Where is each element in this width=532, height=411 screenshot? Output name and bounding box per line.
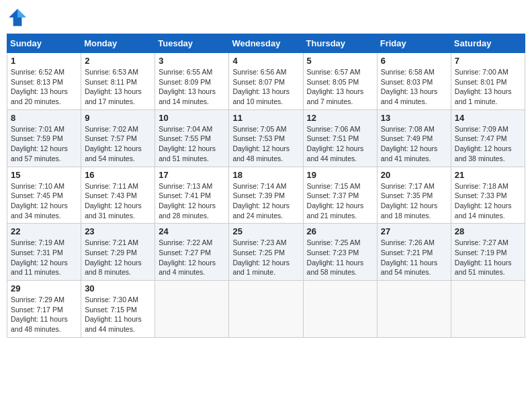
- day-info: Sunrise: 7:19 AM Sunset: 7:31 PM Dayligh…: [11, 238, 77, 277]
- calendar-cell: [155, 281, 229, 338]
- calendar-cell: 19 Sunrise: 7:15 AM Sunset: 7:37 PM Dayl…: [303, 167, 377, 224]
- sunrise: Sunrise: 7:21 AM: [85, 238, 138, 246]
- calendar-cell: 30 Sunrise: 7:30 AM Sunset: 7:15 PM Dayl…: [81, 281, 155, 338]
- daylight: Daylight: 12 hours and 54 minutes.: [85, 144, 142, 163]
- day-info: Sunrise: 7:08 AM Sunset: 7:49 PM Dayligh…: [381, 124, 447, 164]
- day-number: 18: [232, 170, 299, 180]
- sunrise: Sunrise: 7:18 AM: [455, 182, 508, 190]
- day-info: Sunrise: 7:00 AM Sunset: 8:01 PM Dayligh…: [455, 67, 521, 107]
- sunset: Sunset: 7:17 PM: [11, 306, 63, 314]
- day-info: Sunrise: 7:14 AM Sunset: 7:39 PM Dayligh…: [232, 181, 299, 221]
- day-number: 15: [11, 170, 77, 180]
- calendar-cell: [377, 281, 451, 338]
- daylight: Daylight: 12 hours and 8 minutes.: [85, 259, 142, 277]
- day-number: 2: [85, 56, 151, 66]
- day-number: 16: [85, 170, 151, 180]
- calendar-cell: 5 Sunrise: 6:57 AM Sunset: 8:05 PM Dayli…: [303, 53, 377, 110]
- day-number: 29: [11, 283, 77, 293]
- sunrise: Sunrise: 6:52 AM: [11, 68, 64, 76]
- calendar-cell: 14 Sunrise: 7:09 AM Sunset: 7:47 PM Dayl…: [451, 109, 525, 167]
- day-info: Sunrise: 7:11 AM Sunset: 7:43 PM Dayligh…: [85, 181, 151, 221]
- calendar-cell: 3 Sunrise: 6:55 AM Sunset: 8:09 PM Dayli…: [155, 53, 229, 110]
- sunset: Sunset: 8:11 PM: [85, 78, 137, 86]
- day-info: Sunrise: 7:17 AM Sunset: 7:35 PM Dayligh…: [381, 181, 447, 221]
- day-info: Sunrise: 7:30 AM Sunset: 7:15 PM Dayligh…: [85, 295, 151, 334]
- day-info: Sunrise: 7:23 AM Sunset: 7:25 PM Dayligh…: [232, 238, 299, 277]
- day-info: Sunrise: 6:58 AM Sunset: 8:03 PM Dayligh…: [381, 67, 447, 107]
- sunset: Sunset: 7:45 PM: [11, 191, 63, 199]
- sunset: Sunset: 8:09 PM: [159, 78, 211, 86]
- day-info: Sunrise: 7:18 AM Sunset: 7:33 PM Dayligh…: [455, 181, 521, 221]
- col-header-saturday: Saturday: [451, 34, 525, 53]
- day-info: Sunrise: 6:57 AM Sunset: 8:05 PM Dayligh…: [307, 67, 373, 107]
- day-number: 3: [159, 56, 225, 66]
- day-info: Sunrise: 7:22 AM Sunset: 7:27 PM Dayligh…: [159, 238, 225, 277]
- sunset: Sunset: 7:21 PM: [381, 248, 433, 257]
- calendar-cell: 21 Sunrise: 7:18 AM Sunset: 7:33 PM Dayl…: [451, 167, 525, 224]
- day-number: 17: [159, 170, 225, 180]
- daylight: Daylight: 12 hours and 24 minutes.: [232, 201, 290, 220]
- daylight: Daylight: 11 hours and 48 minutes.: [11, 315, 68, 333]
- daylight: Daylight: 12 hours and 4 minutes.: [159, 259, 216, 277]
- calendar-cell: 12 Sunrise: 7:06 AM Sunset: 7:51 PM Dayl…: [303, 109, 377, 167]
- day-number: 10: [159, 113, 225, 123]
- calendar-cell: [229, 281, 303, 338]
- calendar-cell: 27 Sunrise: 7:26 AM Sunset: 7:21 PM Dayl…: [377, 224, 451, 281]
- daylight: Daylight: 12 hours and 57 minutes.: [11, 144, 68, 163]
- day-info: Sunrise: 7:04 AM Sunset: 7:55 PM Dayligh…: [159, 124, 225, 164]
- sunset: Sunset: 7:31 PM: [11, 248, 63, 257]
- calendar-cell: 4 Sunrise: 6:56 AM Sunset: 8:07 PM Dayli…: [229, 53, 303, 110]
- calendar-week-row: 22 Sunrise: 7:19 AM Sunset: 7:31 PM Dayl…: [7, 224, 525, 281]
- day-number: 1: [11, 56, 77, 66]
- calendar-cell: 26 Sunrise: 7:25 AM Sunset: 7:23 PM Dayl…: [303, 224, 377, 281]
- day-info: Sunrise: 7:15 AM Sunset: 7:37 PM Dayligh…: [307, 181, 373, 221]
- daylight: Daylight: 12 hours and 41 minutes.: [381, 144, 438, 163]
- sunset: Sunset: 7:49 PM: [381, 134, 433, 142]
- day-number: 28: [455, 226, 521, 236]
- day-number: 27: [381, 226, 447, 236]
- sunset: Sunset: 7:27 PM: [159, 248, 211, 257]
- calendar-cell: 16 Sunrise: 7:11 AM Sunset: 7:43 PM Dayl…: [81, 167, 155, 224]
- sunset: Sunset: 7:35 PM: [381, 191, 433, 199]
- day-number: 20: [381, 170, 447, 180]
- calendar-cell: [451, 281, 525, 338]
- sunrise: Sunrise: 7:25 AM: [307, 238, 361, 246]
- sunrise: Sunrise: 7:10 AM: [11, 182, 64, 190]
- sunset: Sunset: 7:25 PM: [232, 248, 285, 257]
- sunrise: Sunrise: 7:08 AM: [381, 125, 435, 133]
- sunrise: Sunrise: 6:58 AM: [381, 68, 435, 76]
- day-info: Sunrise: 7:25 AM Sunset: 7:23 PM Dayligh…: [307, 238, 373, 277]
- col-header-tuesday: Tuesday: [155, 34, 229, 53]
- sunset: Sunset: 7:51 PM: [307, 134, 359, 142]
- calendar-cell: 24 Sunrise: 7:22 AM Sunset: 7:27 PM Dayl…: [155, 224, 229, 281]
- day-number: 4: [232, 56, 299, 66]
- day-number: 24: [159, 226, 225, 236]
- sunset: Sunset: 8:03 PM: [381, 78, 433, 86]
- daylight: Daylight: 12 hours and 1 minute.: [232, 259, 290, 277]
- calendar-cell: 23 Sunrise: 7:21 AM Sunset: 7:29 PM Dayl…: [81, 224, 155, 281]
- daylight: Daylight: 13 hours and 7 minutes.: [307, 87, 364, 105]
- daylight: Daylight: 12 hours and 48 minutes.: [232, 144, 290, 163]
- calendar-cell: 29 Sunrise: 7:29 AM Sunset: 7:17 PM Dayl…: [7, 281, 81, 338]
- sunset: Sunset: 7:23 PM: [307, 248, 359, 257]
- sunset: Sunset: 7:47 PM: [455, 134, 507, 142]
- sunrise: Sunrise: 7:17 AM: [381, 182, 435, 190]
- calendar-table: SundayMondayTuesdayWednesdayThursdayFrid…: [7, 34, 525, 338]
- sunrise: Sunrise: 7:00 AM: [455, 68, 508, 76]
- calendar-cell: 15 Sunrise: 7:10 AM Sunset: 7:45 PM Dayl…: [7, 167, 81, 224]
- daylight: Daylight: 12 hours and 38 minutes.: [455, 144, 512, 163]
- daylight: Daylight: 13 hours and 4 minutes.: [381, 87, 438, 105]
- daylight: Daylight: 12 hours and 31 minutes.: [85, 201, 142, 220]
- sunset: Sunset: 7:57 PM: [85, 134, 137, 142]
- sunrise: Sunrise: 7:13 AM: [159, 182, 212, 190]
- sunset: Sunset: 7:29 PM: [85, 248, 137, 257]
- sunrise: Sunrise: 7:29 AM: [11, 295, 64, 304]
- calendar-cell: 20 Sunrise: 7:17 AM Sunset: 7:35 PM Dayl…: [377, 167, 451, 224]
- sunset: Sunset: 8:13 PM: [11, 78, 63, 86]
- day-info: Sunrise: 7:02 AM Sunset: 7:57 PM Dayligh…: [85, 124, 151, 164]
- daylight: Daylight: 13 hours and 1 minute.: [455, 87, 512, 105]
- day-info: Sunrise: 6:55 AM Sunset: 8:09 PM Dayligh…: [159, 67, 225, 107]
- daylight: Daylight: 11 hours and 44 minutes.: [85, 315, 142, 333]
- calendar-header-row: SundayMondayTuesdayWednesdayThursdayFrid…: [7, 34, 525, 53]
- sunset: Sunset: 7:39 PM: [232, 191, 285, 199]
